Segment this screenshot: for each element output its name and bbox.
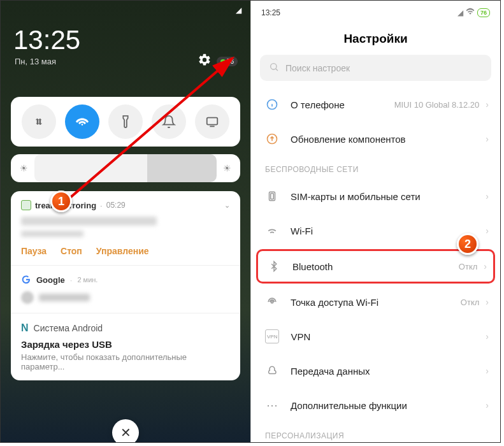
svg-point-1 <box>271 64 277 69</box>
search-icon <box>269 62 279 74</box>
wifi-icon <box>466 7 475 18</box>
chevron-right-icon: › <box>484 261 487 271</box>
notification-item-google[interactable]: Google · 2 мин. <box>21 275 230 285</box>
setting-row-more[interactable]: ⋯ Дополнительные функции › <box>251 388 500 422</box>
mirror-app-icon <box>21 200 31 210</box>
statusbar-left: ◢ <box>1 1 250 20</box>
sun-bright-icon: ☀ <box>223 163 231 173</box>
android-icon: N <box>21 322 29 334</box>
setting-row-vpn[interactable]: VPN VPN › <box>251 319 500 354</box>
quick-toggles-panel <box>11 97 240 147</box>
chevron-right-icon: › <box>486 134 489 144</box>
brightness-slider[interactable]: ☀ ☀ <box>11 154 240 182</box>
info-icon <box>265 97 279 112</box>
notif-action-stop[interactable]: Стоп <box>61 246 82 256</box>
battery-indicator: 76 <box>477 8 490 17</box>
toggle-dnd[interactable] <box>152 104 186 139</box>
chevron-right-icon: › <box>486 297 489 307</box>
toggle-wifi[interactable] <box>65 104 99 139</box>
annotation-marker-1: 1 <box>50 191 72 212</box>
annotation-marker-2: 2 <box>457 233 479 255</box>
settings-gear-icon[interactable] <box>198 53 212 70</box>
vpn-icon: VPN <box>265 329 279 343</box>
chevron-right-icon: › <box>486 366 489 376</box>
lockscreen-clock: 13:25 <box>1 20 250 55</box>
wifi-row-icon <box>265 224 279 238</box>
setting-row-sim[interactable]: SIM-карты и мобильные сети › <box>251 179 500 213</box>
hotspot-icon <box>265 295 279 309</box>
dismiss-all-button[interactable]: ✕ <box>112 419 139 442</box>
signal-icon: ◢ <box>236 6 241 15</box>
svg-point-6 <box>271 301 273 303</box>
sun-dim-icon: ☀ <box>20 163 28 173</box>
google-icon <box>21 275 31 285</box>
bluetooth-icon <box>267 259 281 273</box>
battery-badge: 76 <box>217 57 238 66</box>
setting-row-update[interactable]: Обновление компонентов › <box>251 122 500 156</box>
phone-notification-shade: ◢ 13:25 Пн, 13 мая 76 ☀ ☀ <box>1 1 250 442</box>
chevron-right-icon: › <box>486 99 489 110</box>
setting-row-data-transfer[interactable]: Передача данных › <box>251 354 500 388</box>
chevron-right-icon: › <box>486 226 489 236</box>
search-input[interactable]: Поиск настроек <box>260 55 491 81</box>
phone-settings: 13:25 ◢ 76 Настройки Поиск настроек О те… <box>250 1 500 442</box>
chevron-right-icon: › <box>486 331 489 342</box>
chevron-right-icon: › <box>486 191 489 201</box>
setting-row-about[interactable]: О телефоне MIUI 10 Global 8.12.20 › <box>251 87 500 122</box>
notification-item-system[interactable]: N Система Android <box>21 322 230 334</box>
data-transfer-icon <box>265 364 279 378</box>
notif-action-control[interactable]: Управление <box>96 246 149 256</box>
toggle-flashlight[interactable] <box>108 104 143 139</box>
statusbar-right: 13:25 ◢ 76 <box>251 1 500 24</box>
section-wireless: БЕСПРОВОДНЫЕ СЕТИ <box>251 156 500 179</box>
chevron-right-icon: › <box>486 400 489 410</box>
update-icon <box>265 132 279 146</box>
setting-row-bluetooth[interactable]: Bluetooth Откл › <box>256 249 495 284</box>
notifications-card: tream Mirroring · 05:29 ⌄ Пауза Стоп Упр… <box>11 191 240 380</box>
toggle-cast[interactable] <box>195 104 229 139</box>
sim-icon <box>265 189 279 203</box>
toggle-mobile-data[interactable] <box>22 104 56 139</box>
section-personal: ПЕРСОНАЛИЗАЦИЯ <box>251 422 500 442</box>
svg-rect-0 <box>207 118 218 125</box>
notif-action-pause[interactable]: Пауза <box>21 246 47 256</box>
chevron-down-icon: ⌄ <box>224 201 230 210</box>
page-title: Настройки <box>251 24 500 55</box>
signal-icon: ◢ <box>457 8 463 17</box>
setting-row-hotspot[interactable]: Точка доступа Wi-Fi Откл › <box>251 285 500 319</box>
more-icon: ⋯ <box>265 398 279 412</box>
svg-rect-5 <box>271 194 274 199</box>
